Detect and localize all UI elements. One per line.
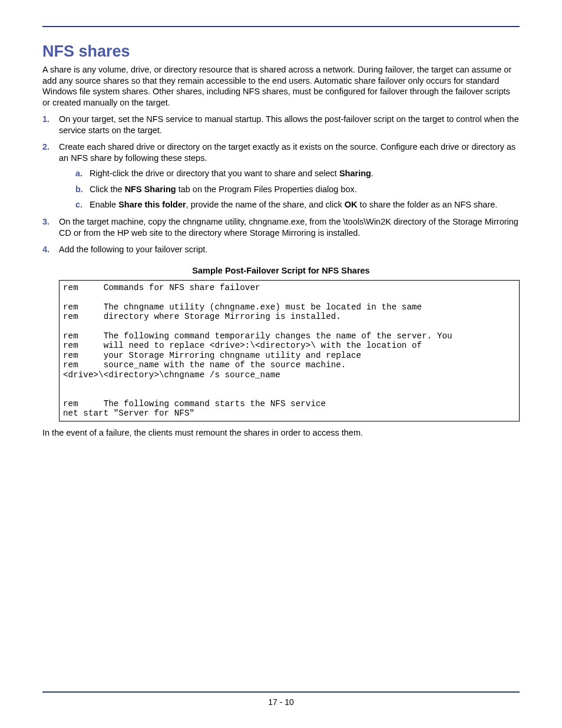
bold-sharing: Sharing xyxy=(339,169,371,178)
bold-nfs-sharing: NFS Sharing xyxy=(125,185,176,194)
page-number: 17 - 10 xyxy=(0,697,562,707)
step-number: 2. xyxy=(42,141,49,153)
substep-text: Right-click the drive or directory that … xyxy=(90,169,339,178)
bold-share-this-folder: Share this folder xyxy=(118,200,186,209)
script-sample-title: Sample Post-Failover Script for NFS Shar… xyxy=(42,266,520,275)
substep-b: b. Click the NFS Sharing tab on the Prog… xyxy=(75,184,520,195)
substep-text: , provide the name of the share, and cli… xyxy=(186,200,345,209)
step-1: 1. On your target, set the NFS service t… xyxy=(42,114,520,136)
intro-paragraph: A share is any volume, drive, or directo… xyxy=(42,64,520,108)
header-rule xyxy=(42,26,520,27)
step-3: 3. On the target machine, copy the chngn… xyxy=(42,216,520,238)
step-number: 1. xyxy=(42,114,49,125)
substep-text: . xyxy=(371,169,373,178)
footer-rule xyxy=(42,691,520,693)
substep-text: tab on the Program Files Properties dial… xyxy=(176,185,357,194)
step-number: 3. xyxy=(42,216,49,228)
bold-ok: OK xyxy=(345,200,358,209)
document-page: NFS shares A share is any volume, drive,… xyxy=(0,0,562,728)
substep-text: to share the folder as an NFS share. xyxy=(358,200,498,209)
substep-c: c. Enable Share this folder, provide the… xyxy=(75,199,520,210)
step-text: On the target machine, copy the chngname… xyxy=(59,217,518,238)
substep-letter: b. xyxy=(75,184,83,195)
step-number: 4. xyxy=(42,244,49,255)
numbered-steps: 1. On your target, set the NFS service t… xyxy=(42,114,520,255)
step-text: On your target, set the NFS service to m… xyxy=(59,114,519,135)
substeps: a. Right-click the drive or directory th… xyxy=(59,168,520,210)
step-4: 4. Add the following to your failover sc… xyxy=(42,244,520,255)
closing-paragraph: In the event of a failure, the clients m… xyxy=(42,427,520,439)
substep-letter: c. xyxy=(75,199,82,210)
substep-a: a. Right-click the drive or directory th… xyxy=(75,168,520,179)
step-text: Add the following to your failover scrip… xyxy=(59,245,207,254)
page-heading: NFS shares xyxy=(42,42,520,61)
step-2: 2. Create each shared drive or directory… xyxy=(42,141,520,210)
substep-letter: a. xyxy=(75,168,82,179)
substep-text: Enable xyxy=(90,200,118,209)
substep-text: Click the xyxy=(90,185,125,194)
step-text: Create each shared drive or directory on… xyxy=(59,142,515,163)
code-sample: rem Commands for NFS share failover rem … xyxy=(59,280,520,421)
